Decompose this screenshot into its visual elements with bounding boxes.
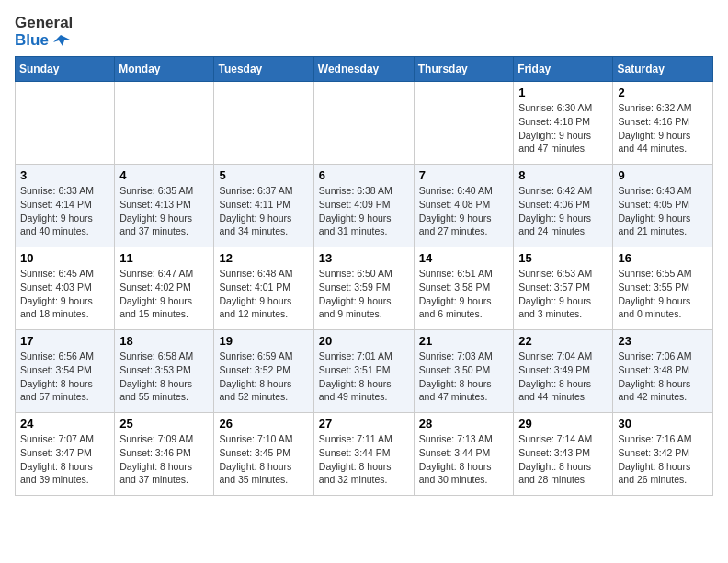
day-info: Sunrise: 6:55 AMSunset: 3:55 PMDaylight:… (618, 267, 708, 321)
day-number: 9 (618, 168, 708, 182)
calendar-day-cell: 30Sunrise: 7:16 AMSunset: 3:42 PMDayligh… (613, 413, 713, 496)
day-info: Sunrise: 7:06 AMSunset: 3:48 PMDaylight:… (618, 350, 708, 404)
calendar-day-cell: 22Sunrise: 7:04 AMSunset: 3:49 PMDayligh… (514, 330, 613, 413)
day-info: Sunrise: 6:53 AMSunset: 3:57 PMDaylight:… (518, 267, 608, 321)
calendar-day-cell: 6Sunrise: 6:38 AMSunset: 4:09 PMDaylight… (313, 165, 414, 247)
calendar-day-cell: 23Sunrise: 7:06 AMSunset: 3:48 PMDayligh… (613, 330, 713, 413)
calendar-day-cell: 28Sunrise: 7:13 AMSunset: 3:44 PMDayligh… (414, 413, 514, 496)
day-number: 25 (119, 417, 209, 431)
logo-blue: Blue (15, 32, 73, 50)
calendar-day-cell: 21Sunrise: 7:03 AMSunset: 3:50 PMDayligh… (414, 330, 514, 413)
day-info: Sunrise: 6:58 AMSunset: 3:53 PMDaylight:… (119, 350, 209, 404)
day-info: Sunrise: 6:47 AMSunset: 4:02 PMDaylight:… (119, 267, 209, 321)
day-number: 30 (618, 417, 708, 431)
calendar-table: SundayMondayTuesdayWednesdayThursdayFrid… (15, 56, 713, 496)
calendar-day-cell: 11Sunrise: 6:47 AMSunset: 4:02 PMDayligh… (115, 247, 214, 330)
calendar-week-row: 24Sunrise: 7:07 AMSunset: 3:47 PMDayligh… (16, 413, 713, 496)
weekday-header: Friday (514, 57, 613, 82)
calendar-day-cell: 10Sunrise: 6:45 AMSunset: 4:03 PMDayligh… (16, 247, 115, 330)
calendar-day-cell (115, 82, 214, 165)
calendar-day-cell: 13Sunrise: 6:50 AMSunset: 3:59 PMDayligh… (313, 247, 414, 330)
day-info: Sunrise: 6:37 AMSunset: 4:11 PMDaylight:… (219, 184, 308, 238)
day-number: 26 (219, 417, 308, 431)
day-info: Sunrise: 7:14 AMSunset: 3:43 PMDaylight:… (518, 432, 608, 487)
weekday-header: Wednesday (313, 57, 414, 82)
day-info: Sunrise: 6:50 AMSunset: 3:59 PMDaylight:… (319, 267, 409, 321)
day-info: Sunrise: 6:48 AMSunset: 4:01 PMDaylight:… (219, 267, 308, 321)
weekday-header: Monday (115, 57, 214, 82)
day-info: Sunrise: 6:40 AMSunset: 4:08 PMDaylight:… (419, 184, 509, 238)
day-number: 4 (119, 168, 209, 182)
day-number: 8 (518, 168, 608, 182)
day-number: 19 (219, 334, 308, 348)
calendar-week-row: 3Sunrise: 6:33 AMSunset: 4:14 PMDaylight… (16, 165, 713, 247)
day-number: 12 (219, 251, 308, 265)
calendar-day-cell: 29Sunrise: 7:14 AMSunset: 3:43 PMDayligh… (514, 413, 613, 496)
day-number: 20 (319, 334, 409, 348)
logo-general: General (15, 15, 73, 32)
day-number: 29 (518, 417, 608, 431)
calendar-header-row: SundayMondayTuesdayWednesdayThursdayFrid… (16, 57, 713, 82)
day-number: 17 (20, 334, 109, 348)
day-info: Sunrise: 7:11 AMSunset: 3:44 PMDaylight:… (319, 432, 409, 487)
page-header: General Blue (15, 15, 713, 49)
weekday-header: Sunday (16, 57, 115, 82)
calendar-day-cell: 9Sunrise: 6:43 AMSunset: 4:05 PMDaylight… (613, 165, 713, 247)
day-info: Sunrise: 7:07 AMSunset: 3:47 PMDaylight:… (20, 432, 109, 487)
day-number: 18 (119, 334, 209, 348)
day-info: Sunrise: 6:59 AMSunset: 3:52 PMDaylight:… (219, 350, 308, 404)
day-number: 21 (419, 334, 509, 348)
day-info: Sunrise: 6:32 AMSunset: 4:16 PMDaylight:… (618, 101, 708, 155)
day-number: 22 (518, 334, 608, 348)
day-number: 28 (419, 417, 509, 431)
calendar-week-row: 10Sunrise: 6:45 AMSunset: 4:03 PMDayligh… (16, 247, 713, 330)
day-number: 13 (319, 251, 409, 265)
day-info: Sunrise: 6:43 AMSunset: 4:05 PMDaylight:… (618, 184, 708, 238)
day-info: Sunrise: 6:45 AMSunset: 4:03 PMDaylight:… (20, 267, 109, 321)
day-info: Sunrise: 7:16 AMSunset: 3:42 PMDaylight:… (618, 432, 708, 487)
day-info: Sunrise: 7:01 AMSunset: 3:51 PMDaylight:… (319, 350, 409, 404)
calendar-day-cell: 14Sunrise: 6:51 AMSunset: 3:58 PMDayligh… (414, 247, 514, 330)
calendar-week-row: 17Sunrise: 6:56 AMSunset: 3:54 PMDayligh… (16, 330, 713, 413)
day-number: 11 (119, 251, 209, 265)
day-info: Sunrise: 7:03 AMSunset: 3:50 PMDaylight:… (419, 350, 509, 404)
day-number: 15 (518, 251, 608, 265)
day-info: Sunrise: 7:09 AMSunset: 3:46 PMDaylight:… (119, 432, 209, 487)
logo-bird-icon (53, 33, 72, 48)
calendar-day-cell: 2Sunrise: 6:32 AMSunset: 4:16 PMDaylight… (613, 82, 713, 165)
svg-marker-0 (53, 35, 72, 46)
day-info: Sunrise: 6:51 AMSunset: 3:58 PMDaylight:… (419, 267, 509, 321)
calendar-day-cell: 3Sunrise: 6:33 AMSunset: 4:14 PMDaylight… (16, 165, 115, 247)
calendar-day-cell (16, 82, 115, 165)
calendar-day-cell: 12Sunrise: 6:48 AMSunset: 4:01 PMDayligh… (214, 247, 313, 330)
day-number: 2 (618, 86, 708, 99)
calendar-day-cell: 24Sunrise: 7:07 AMSunset: 3:47 PMDayligh… (16, 413, 115, 496)
day-info: Sunrise: 7:10 AMSunset: 3:45 PMDaylight:… (219, 432, 308, 487)
day-info: Sunrise: 7:13 AMSunset: 3:44 PMDaylight:… (419, 432, 509, 487)
weekday-header: Saturday (613, 57, 713, 82)
day-info: Sunrise: 6:30 AMSunset: 4:18 PMDaylight:… (518, 101, 608, 155)
day-number: 10 (20, 251, 109, 265)
calendar-day-cell: 18Sunrise: 6:58 AMSunset: 3:53 PMDayligh… (115, 330, 214, 413)
calendar-day-cell: 19Sunrise: 6:59 AMSunset: 3:52 PMDayligh… (214, 330, 313, 413)
calendar-day-cell (214, 82, 313, 165)
day-number: 27 (319, 417, 409, 431)
calendar-day-cell: 5Sunrise: 6:37 AMSunset: 4:11 PMDaylight… (214, 165, 313, 247)
weekday-header: Tuesday (214, 57, 313, 82)
weekday-header: Thursday (414, 57, 514, 82)
day-info: Sunrise: 7:04 AMSunset: 3:49 PMDaylight:… (518, 350, 608, 404)
calendar-day-cell: 17Sunrise: 6:56 AMSunset: 3:54 PMDayligh… (16, 330, 115, 413)
day-number: 23 (618, 334, 708, 348)
day-number: 6 (319, 168, 409, 182)
calendar-day-cell: 7Sunrise: 6:40 AMSunset: 4:08 PMDaylight… (414, 165, 514, 247)
calendar-day-cell (313, 82, 414, 165)
calendar-day-cell: 15Sunrise: 6:53 AMSunset: 3:57 PMDayligh… (514, 247, 613, 330)
day-number: 7 (419, 168, 509, 182)
calendar-day-cell: 25Sunrise: 7:09 AMSunset: 3:46 PMDayligh… (115, 413, 214, 496)
calendar-day-cell: 4Sunrise: 6:35 AMSunset: 4:13 PMDaylight… (115, 165, 214, 247)
day-number: 3 (20, 168, 109, 182)
day-number: 24 (20, 417, 109, 431)
calendar-day-cell: 26Sunrise: 7:10 AMSunset: 3:45 PMDayligh… (214, 413, 313, 496)
calendar-day-cell (414, 82, 514, 165)
day-info: Sunrise: 6:42 AMSunset: 4:06 PMDaylight:… (518, 184, 608, 238)
